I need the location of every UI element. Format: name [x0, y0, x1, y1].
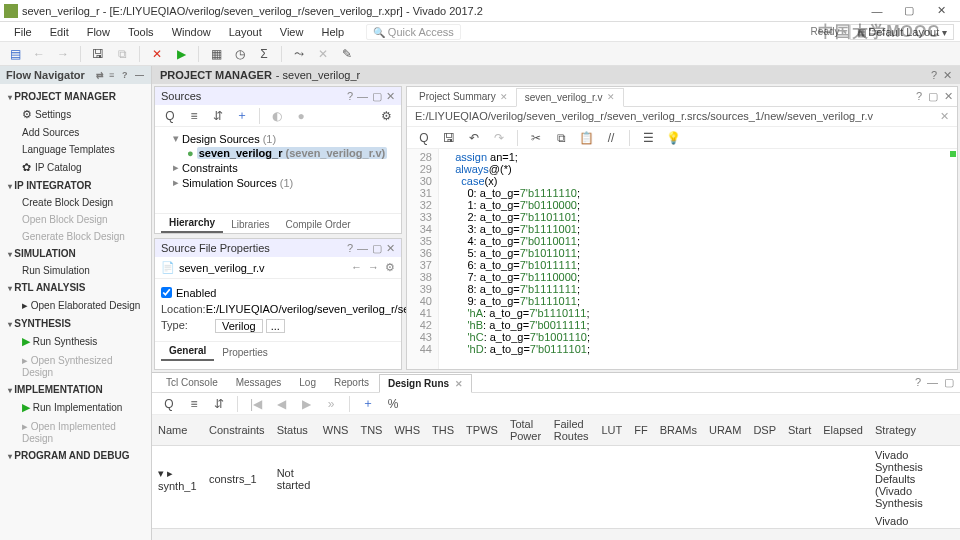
bottom-tab[interactable]: Reports: [326, 374, 377, 391]
dr-search-icon[interactable]: Q: [160, 395, 178, 413]
clock-icon[interactable]: ◷: [231, 45, 249, 63]
ed-cut-icon[interactable]: ✂: [527, 129, 545, 147]
col-header[interactable]: FF: [628, 415, 653, 446]
nav-item[interactable]: ▸ Open Elaborated Design: [0, 296, 151, 315]
menu-file[interactable]: File: [6, 24, 40, 40]
src-max-icon[interactable]: ▢: [372, 90, 382, 103]
nav-section[interactable]: SIMULATION: [0, 245, 151, 262]
sources-tree[interactable]: ▾ Design Sources (1)● seven_verilog_r (s…: [155, 127, 401, 213]
bottom-tab[interactable]: Design Runs ✕: [379, 374, 472, 393]
nav-item[interactable]: Create Block Design: [0, 194, 151, 211]
sfp-gear-icon[interactable]: ⚙: [385, 261, 395, 274]
bt-help-icon[interactable]: ?: [915, 376, 921, 389]
dr-play-icon[interactable]: ▶: [297, 395, 315, 413]
pm-help-icon[interactable]: ?: [931, 69, 937, 82]
menu-help[interactable]: Help: [313, 24, 352, 40]
col-header[interactable]: Elapsed: [817, 415, 869, 446]
wand-icon[interactable]: ✎: [338, 45, 356, 63]
col-header[interactable]: WHS: [388, 415, 426, 446]
layout-dropdown[interactable]: ▦ Default Layout ▾: [850, 24, 955, 40]
sfp-close-icon[interactable]: ✕: [386, 242, 395, 255]
src-close-icon[interactable]: ✕: [386, 90, 395, 103]
nav-section[interactable]: IP INTEGRATOR: [0, 177, 151, 194]
h-scrollbar[interactable]: [152, 528, 960, 540]
col-header[interactable]: THS: [426, 415, 460, 446]
save-icon[interactable]: 🖫: [89, 45, 107, 63]
editor-tab[interactable]: seven_verilog_r.v ✕: [516, 88, 624, 107]
x-icon[interactable]: ✕: [314, 45, 332, 63]
col-header[interactable]: Name: [152, 415, 203, 446]
copy-icon[interactable]: ⧉: [113, 45, 131, 63]
menu-tools[interactable]: Tools: [120, 24, 162, 40]
tab[interactable]: General: [161, 342, 214, 361]
ed-format-icon[interactable]: ☰: [639, 129, 657, 147]
sfp-help-icon[interactable]: ?: [347, 242, 353, 255]
pm-close-icon[interactable]: ✕: [943, 69, 952, 82]
col-header[interactable]: DSP: [747, 415, 782, 446]
ed-copy-icon[interactable]: ⧉: [552, 129, 570, 147]
src-tree-icon[interactable]: ⇵: [209, 107, 227, 125]
close-button[interactable]: ✕: [926, 2, 956, 20]
src-view-icon[interactable]: ◐: [268, 107, 286, 125]
bt-max-icon[interactable]: ▢: [944, 376, 954, 389]
sfp-max-icon[interactable]: ▢: [372, 242, 382, 255]
table-row[interactable]: ▾ ▸ synth_1constrs_1Not startedVivado Sy…: [152, 446, 960, 513]
ed-undo-icon[interactable]: ↶: [465, 129, 483, 147]
ed-bulb-icon[interactable]: 💡: [664, 129, 682, 147]
new-icon[interactable]: ▤: [6, 45, 24, 63]
src-filter-icon[interactable]: ≡: [185, 107, 203, 125]
tab[interactable]: Libraries: [223, 216, 277, 233]
nav-section[interactable]: PROJECT MANAGER: [0, 88, 151, 105]
editor-path-close-icon[interactable]: ✕: [940, 110, 949, 123]
nav-section[interactable]: RTL ANALYSIS: [0, 279, 151, 296]
tab[interactable]: Compile Order: [278, 216, 359, 233]
dr-filter-icon[interactable]: ≡: [185, 395, 203, 413]
maximize-button[interactable]: ▢: [894, 2, 924, 20]
col-header[interactable]: TPWS: [460, 415, 504, 446]
cancel-icon[interactable]: ✕: [148, 45, 166, 63]
nav-col1-icon[interactable]: ⇄: [96, 70, 106, 80]
ed-max-icon[interactable]: ▢: [928, 90, 938, 103]
menu-edit[interactable]: Edit: [42, 24, 77, 40]
menu-view[interactable]: View: [272, 24, 312, 40]
ed-close-icon[interactable]: ✕: [944, 90, 953, 103]
nav-section[interactable]: SYNTHESIS: [0, 315, 151, 332]
ed-paste-icon[interactable]: 📋: [577, 129, 595, 147]
col-header[interactable]: BRAMs: [654, 415, 703, 446]
nav-collapse-icon[interactable]: —: [135, 70, 145, 80]
col-header[interactable]: URAM: [703, 415, 747, 446]
src-min-icon[interactable]: —: [357, 90, 368, 103]
table-row[interactable]: ▸ impl_1constrs_1Not startedVivado Imple…: [152, 512, 960, 528]
dr-first-icon[interactable]: |◀: [247, 395, 265, 413]
tab-close-icon[interactable]: ✕: [500, 92, 508, 102]
src-gear-icon[interactable]: ⚙: [377, 107, 395, 125]
nav-item[interactable]: ▶ Run Synthesis: [0, 332, 151, 351]
src-more-icon[interactable]: ●: [292, 107, 310, 125]
nav-item[interactable]: ⚙Settings: [0, 105, 151, 124]
col-header[interactable]: Failed Routes: [548, 415, 596, 446]
col-header[interactable]: Strategy: [869, 415, 960, 446]
nav-section[interactable]: PROGRAM AND DEBUG: [0, 447, 151, 464]
src-search-icon[interactable]: Q: [161, 107, 179, 125]
menu-flow[interactable]: Flow: [79, 24, 118, 40]
run-icon[interactable]: ▶: [172, 45, 190, 63]
tab[interactable]: Hierarchy: [161, 214, 223, 233]
ed-help-icon[interactable]: ?: [916, 90, 922, 103]
bt-min-icon[interactable]: —: [927, 376, 938, 389]
col-header[interactable]: Start: [782, 415, 817, 446]
back-icon[interactable]: ←: [30, 45, 48, 63]
code-area[interactable]: 2829303132333435363738394041424344 assig…: [407, 149, 957, 369]
tab[interactable]: Properties: [214, 344, 276, 361]
bottom-tab[interactable]: Messages: [228, 374, 290, 391]
minimize-button[interactable]: —: [862, 2, 892, 20]
dr-add-icon[interactable]: ＋: [359, 395, 377, 413]
bottom-tab[interactable]: Log: [291, 374, 324, 391]
type-browse-button[interactable]: ...: [266, 319, 285, 333]
nav-item[interactable]: ▶ Run Implementation: [0, 398, 151, 417]
col-header[interactable]: WNS: [317, 415, 355, 446]
sfp-prev-icon[interactable]: ←: [351, 261, 362, 274]
col-header[interactable]: Total Power: [504, 415, 548, 446]
design-runs-table[interactable]: NameConstraintsStatusWNSTNSWHSTHSTPWSTot…: [152, 415, 960, 528]
ed-search-icon[interactable]: Q: [415, 129, 433, 147]
src-add-icon[interactable]: ＋: [233, 107, 251, 125]
